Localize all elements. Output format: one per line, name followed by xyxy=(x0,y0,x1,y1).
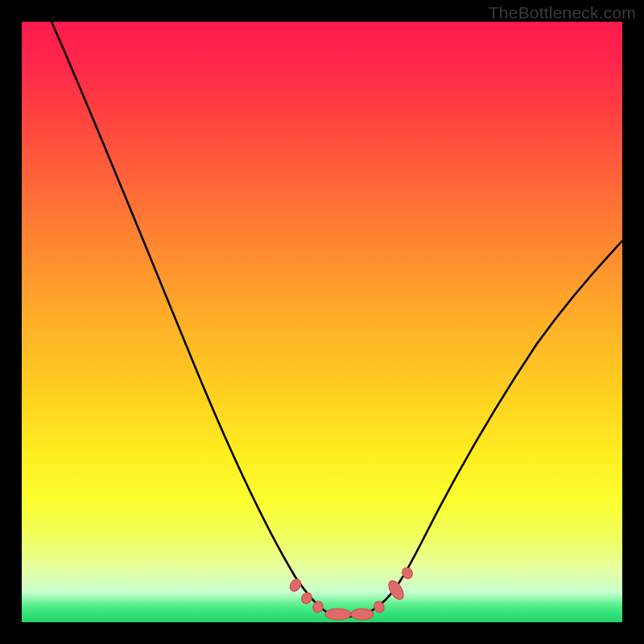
marker xyxy=(312,600,325,614)
chart-svg xyxy=(22,22,622,622)
marker xyxy=(287,577,303,593)
chart-plot-area xyxy=(22,22,622,622)
marker xyxy=(386,578,407,601)
chart-frame: TheBottleneck.com xyxy=(0,0,644,644)
attribution-text: TheBottleneck.com xyxy=(489,3,636,23)
bottleneck-curve xyxy=(52,22,622,617)
marker xyxy=(299,591,314,605)
marker-group xyxy=(287,566,414,620)
marker xyxy=(325,609,351,620)
marker xyxy=(351,609,374,620)
